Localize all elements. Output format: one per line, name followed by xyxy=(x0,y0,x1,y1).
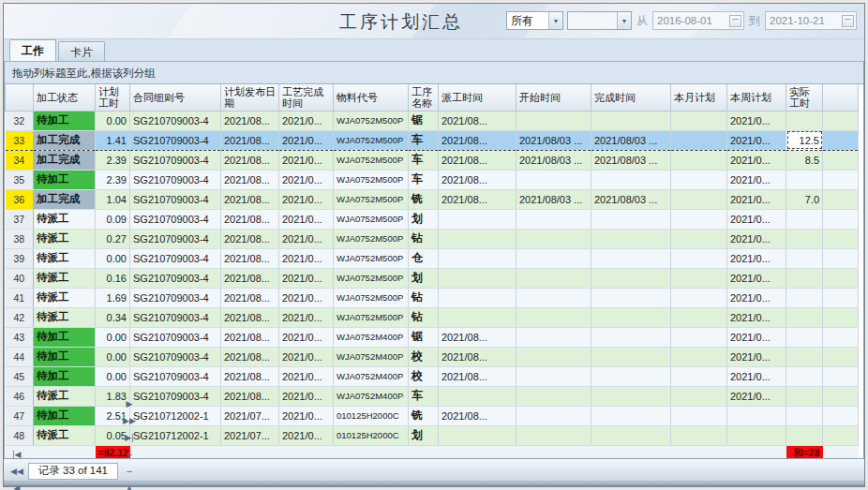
cell-process[interactable]: 校 xyxy=(409,347,439,366)
cell-month[interactable] xyxy=(671,406,727,425)
cell-release[interactable]: 2021/08... xyxy=(221,347,279,366)
cell-material[interactable]: WJA0752M400P xyxy=(334,386,409,406)
cell-status[interactable]: 待派工 xyxy=(34,229,96,248)
cell-craft[interactable]: 2021/0... xyxy=(279,288,334,307)
column-header-加工状态[interactable]: 加工状态 xyxy=(34,84,96,111)
column-header-物料代号[interactable]: 物料代号 xyxy=(334,84,409,111)
cell-actual[interactable] xyxy=(786,268,823,288)
cell-actual[interactable] xyxy=(786,366,823,386)
cell-material[interactable]: 010125H2000C xyxy=(334,425,409,445)
cell-month[interactable] xyxy=(671,209,727,229)
cell-process[interactable]: 划 xyxy=(409,209,439,229)
cell-contract[interactable]: SG210712002-1 xyxy=(130,406,221,425)
cell-plan[interactable]: 0.00 xyxy=(96,327,130,347)
cell-plan[interactable]: 0.27 xyxy=(96,229,130,248)
cell-status[interactable]: 加工完成 xyxy=(34,130,96,150)
cell-process[interactable]: 钻 xyxy=(409,307,439,327)
cell-release[interactable]: 2021/08... xyxy=(221,268,279,288)
cell-actual[interactable] xyxy=(786,347,823,366)
cell-dispatch[interactable]: 2021/08... xyxy=(439,170,516,189)
cell-process[interactable]: 划 xyxy=(409,425,439,445)
cell-status[interactable]: 待派工 xyxy=(34,209,96,229)
cell-month[interactable] xyxy=(671,347,727,366)
cell-num[interactable]: 38 xyxy=(6,229,34,248)
cell-contract[interactable]: SG210709003-4 xyxy=(130,327,221,347)
cell-material[interactable]: WJA0752M400P xyxy=(334,327,409,347)
calendar-icon[interactable] xyxy=(729,15,741,27)
cell-month[interactable] xyxy=(671,229,727,248)
cell-release[interactable]: 2021/08... xyxy=(221,327,279,347)
cell-actual[interactable] xyxy=(786,111,823,130)
cell-start[interactable] xyxy=(516,111,591,130)
cell-week[interactable]: 2021/0... xyxy=(727,347,786,366)
table-row[interactable]: 42待派工0.34SG210709003-42021/08...2021/0..… xyxy=(6,307,859,327)
cell-process[interactable]: 车 xyxy=(409,170,439,189)
cell-finish[interactable]: 2021/08/03 ... xyxy=(591,130,671,150)
chevron-down-icon[interactable]: ▼ xyxy=(617,12,631,29)
cell-status[interactable]: 待派工 xyxy=(34,288,96,307)
cell-status[interactable]: 加工完成 xyxy=(34,189,96,209)
cell-start[interactable] xyxy=(516,366,591,386)
cell-release[interactable]: 2021/08... xyxy=(221,189,279,209)
cell-material[interactable]: WJA0752M500P xyxy=(334,170,409,189)
cell-craft[interactable]: 2021/0... xyxy=(279,111,334,130)
cell-plan[interactable]: 0.09 xyxy=(96,209,130,229)
cell-craft[interactable]: 2021/0... xyxy=(279,366,334,386)
cell-num[interactable]: 45 xyxy=(6,366,34,386)
cell-week[interactable] xyxy=(727,425,786,445)
cell-month[interactable] xyxy=(671,425,727,445)
cell-status[interactable]: 待派工 xyxy=(34,268,96,288)
cell-plan[interactable]: 0.00 xyxy=(96,248,130,268)
cell-dispatch[interactable] xyxy=(439,209,516,229)
cell-start[interactable] xyxy=(516,268,591,288)
cell-release[interactable]: 2021/08... xyxy=(221,170,279,189)
cell-status[interactable]: 待派工 xyxy=(34,307,96,327)
cell-release[interactable]: 2021/07... xyxy=(221,406,279,425)
cell-num[interactable]: 43 xyxy=(6,327,34,347)
cell-process[interactable]: 锯 xyxy=(409,111,439,130)
cell-material[interactable]: WJA0752M500P xyxy=(334,150,409,170)
cell-contract[interactable]: SG210709003-4 xyxy=(130,248,221,268)
cell-num[interactable]: 42 xyxy=(6,307,34,327)
column-header-计划工时[interactable]: 计划工时 xyxy=(96,84,130,111)
cell-contract[interactable]: SG210709003-4 xyxy=(130,150,221,170)
cell-start[interactable] xyxy=(516,229,591,248)
cell-contract[interactable]: SG210709003-4 xyxy=(130,268,221,288)
group-by-panel[interactable]: 拖动列标题至此,根据该列分组 xyxy=(5,62,863,84)
cell-status[interactable]: 待加工 xyxy=(34,111,96,130)
cell-process[interactable]: 铣 xyxy=(409,406,439,425)
cell-week[interactable]: 2021/0... xyxy=(727,327,786,347)
cell-release[interactable]: 2021/08... xyxy=(221,288,279,307)
cell-dispatch[interactable] xyxy=(439,229,516,248)
cell-plan[interactable]: 2.39 xyxy=(96,150,130,170)
cell-craft[interactable]: 2021/0... xyxy=(279,229,334,248)
cell-month[interactable] xyxy=(671,366,727,386)
table-row[interactable]: 37待派工0.09SG210709003-42021/08...2021/0..… xyxy=(6,209,859,229)
cell-craft[interactable]: 2021/0... xyxy=(279,386,334,406)
table-row[interactable]: 35待加工2.39SG210709003-42021/08...2021/0..… xyxy=(6,170,859,189)
cell-num[interactable]: 37 xyxy=(6,209,34,229)
cell-week[interactable]: 2021/0... xyxy=(727,229,786,248)
cell-week[interactable]: 2021/0... xyxy=(727,150,786,170)
cell-dispatch[interactable] xyxy=(439,248,516,268)
cell-actual[interactable] xyxy=(786,327,823,347)
cell-contract[interactable]: SG210709003-4 xyxy=(130,130,221,150)
cell-week[interactable] xyxy=(727,406,786,425)
cell-start[interactable] xyxy=(516,248,591,268)
cell-dispatch[interactable]: 2021/08... xyxy=(439,327,516,347)
chevron-down-icon[interactable]: ▼ xyxy=(548,12,562,29)
cell-week[interactable]: 2021/0... xyxy=(727,307,786,327)
cell-craft[interactable]: 2021/0... xyxy=(279,189,334,209)
cell-process[interactable]: 校 xyxy=(409,366,439,386)
cell-month[interactable] xyxy=(671,111,727,130)
tab-card[interactable]: 卡片 xyxy=(58,41,105,61)
cell-dispatch[interactable]: 2021/08... xyxy=(439,347,516,366)
cell-actual[interactable] xyxy=(786,406,823,425)
cell-actual[interactable] xyxy=(786,307,823,327)
cell-status[interactable]: 待加工 xyxy=(34,366,96,386)
cell-dispatch[interactable] xyxy=(439,268,516,288)
cell-plan[interactable]: 1.41 xyxy=(96,130,130,150)
cell-week[interactable]: 2021/0... xyxy=(727,189,786,209)
cell-finish[interactable]: 2021/08/03 ... xyxy=(591,189,671,209)
cell-month[interactable] xyxy=(671,189,727,209)
